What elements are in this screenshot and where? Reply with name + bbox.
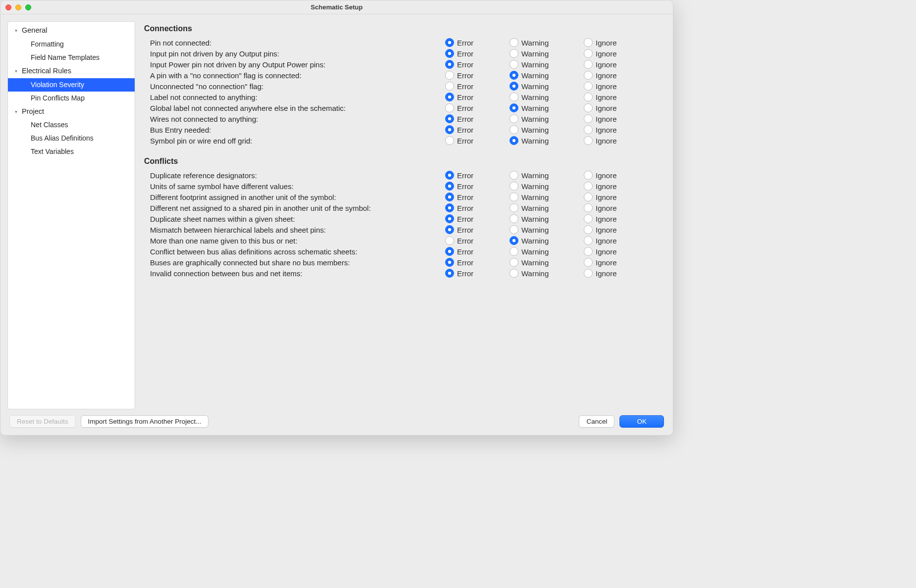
severity-option-ignore[interactable]: Ignore — [584, 193, 638, 201]
tree-item-electrical-rules[interactable]: ▾Electrical Rules — [8, 64, 135, 78]
radio-icon[interactable] — [509, 136, 518, 145]
radio-icon[interactable] — [584, 93, 593, 101]
severity-option-ignore[interactable]: Ignore — [584, 236, 638, 245]
severity-option-ignore[interactable]: Ignore — [584, 38, 638, 47]
radio-icon[interactable] — [509, 125, 518, 134]
severity-option-error[interactable]: Error — [445, 49, 509, 58]
severity-option-ignore[interactable]: Ignore — [584, 49, 638, 58]
radio-icon[interactable] — [445, 247, 454, 256]
severity-option-error[interactable]: Error — [445, 236, 509, 245]
severity-option-error[interactable]: Error — [445, 269, 509, 278]
severity-option-warning[interactable]: Warning — [509, 171, 584, 180]
radio-icon[interactable] — [584, 114, 593, 123]
severity-option-warning[interactable]: Warning — [509, 60, 584, 69]
severity-option-error[interactable]: Error — [445, 82, 509, 91]
radio-icon[interactable] — [584, 236, 593, 245]
severity-option-error[interactable]: Error — [445, 93, 509, 101]
severity-option-ignore[interactable]: Ignore — [584, 103, 638, 112]
radio-icon[interactable] — [584, 49, 593, 58]
radio-icon[interactable] — [584, 82, 593, 91]
chevron-down-icon[interactable]: ▾ — [13, 67, 19, 75]
severity-option-error[interactable]: Error — [445, 71, 509, 80]
radio-icon[interactable] — [584, 38, 593, 47]
radio-icon[interactable] — [445, 103, 454, 112]
severity-option-error[interactable]: Error — [445, 114, 509, 123]
severity-option-ignore[interactable]: Ignore — [584, 203, 638, 212]
severity-option-ignore[interactable]: Ignore — [584, 93, 638, 101]
severity-option-error[interactable]: Error — [445, 182, 509, 191]
reset-to-defaults-button[interactable]: Reset to Defaults — [9, 415, 76, 428]
radio-icon[interactable] — [445, 236, 454, 245]
tree-item-field-name-templates[interactable]: Field Name Templates — [8, 51, 135, 64]
tree-item-bus-alias-definitions[interactable]: Bus Alias Definitions — [8, 132, 135, 145]
radio-icon[interactable] — [584, 71, 593, 80]
tree-item-project[interactable]: ▾Project — [8, 105, 135, 119]
radio-icon[interactable] — [445, 114, 454, 123]
radio-icon[interactable] — [584, 258, 593, 267]
radio-icon[interactable] — [509, 269, 518, 278]
severity-option-warning[interactable]: Warning — [509, 193, 584, 201]
severity-option-warning[interactable]: Warning — [509, 258, 584, 267]
radio-icon[interactable] — [584, 171, 593, 180]
severity-option-warning[interactable]: Warning — [509, 93, 584, 101]
severity-option-ignore[interactable]: Ignore — [584, 82, 638, 91]
radio-icon[interactable] — [584, 193, 593, 201]
severity-option-error[interactable]: Error — [445, 60, 509, 69]
severity-option-warning[interactable]: Warning — [509, 182, 584, 191]
radio-icon[interactable] — [445, 182, 454, 191]
radio-icon[interactable] — [509, 171, 518, 180]
severity-option-warning[interactable]: Warning — [509, 214, 584, 223]
radio-icon[interactable] — [445, 225, 454, 234]
radio-icon[interactable] — [445, 214, 454, 223]
severity-option-warning[interactable]: Warning — [509, 38, 584, 47]
radio-icon[interactable] — [509, 60, 518, 69]
radio-icon[interactable] — [509, 38, 518, 47]
settings-tree[interactable]: ▾GeneralFormattingField Name Templates▾E… — [7, 21, 135, 409]
tree-item-pin-conflicts-map[interactable]: Pin Conflicts Map — [8, 92, 135, 105]
severity-option-error[interactable]: Error — [445, 125, 509, 134]
radio-icon[interactable] — [509, 82, 518, 91]
tree-item-formatting[interactable]: Formatting — [8, 38, 135, 51]
chevron-down-icon[interactable]: ▾ — [13, 108, 19, 115]
radio-icon[interactable] — [445, 203, 454, 212]
radio-icon[interactable] — [509, 247, 518, 256]
severity-option-warning[interactable]: Warning — [509, 203, 584, 212]
severity-option-ignore[interactable]: Ignore — [584, 125, 638, 134]
severity-option-warning[interactable]: Warning — [509, 125, 584, 134]
radio-icon[interactable] — [445, 71, 454, 80]
radio-icon[interactable] — [584, 125, 593, 134]
severity-option-ignore[interactable]: Ignore — [584, 71, 638, 80]
severity-option-error[interactable]: Error — [445, 103, 509, 112]
radio-icon[interactable] — [509, 49, 518, 58]
radio-icon[interactable] — [509, 214, 518, 223]
radio-icon[interactable] — [584, 182, 593, 191]
severity-option-ignore[interactable]: Ignore — [584, 136, 638, 145]
radio-icon[interactable] — [445, 269, 454, 278]
severity-option-ignore[interactable]: Ignore — [584, 182, 638, 191]
radio-icon[interactable] — [584, 103, 593, 112]
ok-button[interactable]: OK — [619, 415, 664, 428]
radio-icon[interactable] — [509, 71, 518, 80]
radio-icon[interactable] — [509, 258, 518, 267]
severity-option-error[interactable]: Error — [445, 193, 509, 201]
severity-option-warning[interactable]: Warning — [509, 269, 584, 278]
radio-icon[interactable] — [584, 60, 593, 69]
radio-icon[interactable] — [584, 203, 593, 212]
radio-icon[interactable] — [584, 136, 593, 145]
severity-option-error[interactable]: Error — [445, 171, 509, 180]
severity-option-ignore[interactable]: Ignore — [584, 247, 638, 256]
radio-icon[interactable] — [445, 193, 454, 201]
severity-option-error[interactable]: Error — [445, 38, 509, 47]
radio-icon[interactable] — [445, 49, 454, 58]
severity-option-ignore[interactable]: Ignore — [584, 214, 638, 223]
severity-option-warning[interactable]: Warning — [509, 49, 584, 58]
severity-option-warning[interactable]: Warning — [509, 82, 584, 91]
severity-option-error[interactable]: Error — [445, 214, 509, 223]
severity-option-ignore[interactable]: Ignore — [584, 114, 638, 123]
radio-icon[interactable] — [509, 225, 518, 234]
cancel-button[interactable]: Cancel — [579, 415, 614, 428]
radio-icon[interactable] — [509, 193, 518, 201]
severity-option-error[interactable]: Error — [445, 136, 509, 145]
severity-option-warning[interactable]: Warning — [509, 136, 584, 145]
radio-icon[interactable] — [509, 236, 518, 245]
